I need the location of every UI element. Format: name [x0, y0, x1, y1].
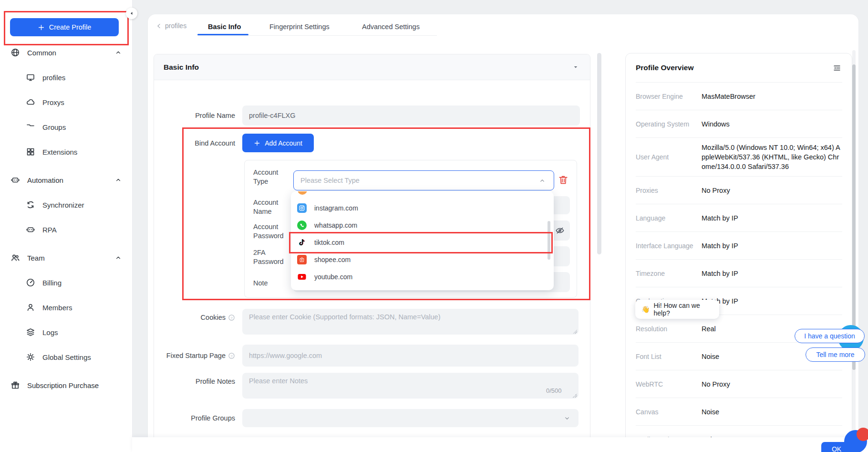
help-icon[interactable]: ?: [228, 352, 235, 359]
eye-slash-icon[interactable]: [555, 225, 565, 236]
sidebar-section-automation[interactable]: Automation: [0, 168, 132, 192]
overview-row-browser-engine: Browser EngineMasMateBrowser: [636, 83, 842, 110]
basic-info-panel: Basic Info Profile Name Bind Account Add…: [154, 54, 590, 452]
sidebar-item-synchronizer[interactable]: Synchronizer: [0, 192, 132, 217]
chat-question-button[interactable]: I have a question: [795, 329, 865, 343]
startup-label-text: Fixed Startup Page: [166, 352, 226, 359]
chevron-up-icon: [115, 254, 122, 261]
item-label: Proxys: [42, 98, 64, 106]
profile-overview-panel: Profile Overview Browser EngineMasMateBr…: [625, 53, 852, 452]
note-label: Note: [253, 279, 293, 288]
svg-text:S: S: [301, 259, 302, 262]
dropdown-option-tiktok[interactable]: tiktok.com: [291, 234, 554, 251]
sidebar-section-team[interactable]: Team: [0, 245, 132, 270]
account-type-select[interactable]: Please Select Type: [293, 170, 554, 190]
section-label: Common: [27, 49, 56, 57]
overview-row-proxies: ProxiesNo Proxy: [636, 177, 842, 204]
sidebar-item-billing[interactable]: Billing: [0, 270, 132, 295]
overview-scrollbar-track[interactable]: [852, 50, 856, 452]
startup-page-label: Fixed Startup Page ?: [154, 345, 235, 367]
overview-rows: Browser EngineMasMateBrowser Operating S…: [636, 82, 842, 452]
tab-fingerprint-settings[interactable]: Fingerprint Settings: [269, 23, 330, 31]
resize-handle[interactable]: [573, 329, 577, 334]
profile-groups-label: Profile Groups: [154, 409, 235, 427]
back-to-profiles-link[interactable]: profiles: [156, 22, 186, 30]
overview-row-interface-language: Interface LanguageMatch by IP: [636, 232, 842, 260]
option-label: youtube.com: [314, 273, 352, 281]
resize-handle[interactable]: [573, 393, 577, 398]
item-label: Billing: [42, 279, 62, 287]
chat-greeting-bubble: 👋 Hi! How can we help?: [635, 300, 719, 319]
section-label: Team: [27, 254, 45, 262]
profile-overview-header: Profile Overview: [626, 53, 852, 82]
sidebar-item-members[interactable]: Members: [0, 295, 132, 320]
sidebar-item-proxys[interactable]: Proxys: [0, 90, 132, 115]
option-label: instagram.com: [314, 204, 358, 212]
shopee-icon: S: [297, 255, 307, 264]
gear-icon: [26, 352, 35, 362]
create-profile-button[interactable]: Create Profile: [10, 18, 119, 36]
sidebar-item-extensions[interactable]: Extensions: [0, 139, 132, 164]
item-label: Groups: [42, 123, 66, 131]
grid-icon: [26, 147, 35, 157]
collapse-list-icon[interactable]: [832, 64, 842, 72]
tab-advanced-settings[interactable]: Advanced Settings: [362, 23, 420, 31]
add-account-button[interactable]: Add Account: [242, 134, 314, 152]
option-label: whatsapp.com: [314, 221, 357, 229]
sidebar-item-rpa[interactable]: RPA: [0, 217, 132, 242]
overview-scrollbar-thumb[interactable]: [852, 64, 856, 370]
panel-title: Basic Info: [164, 63, 199, 72]
layers-icon: [26, 327, 35, 337]
sidebar-section-common[interactable]: Common: [0, 40, 132, 65]
dropdown-option-instagram[interactable]: instagram.com: [291, 200, 554, 217]
partial-option-icon: [298, 191, 307, 195]
dropdown-option-whatsapp[interactable]: whatsapp.com: [291, 217, 554, 234]
dropdown-scrollbar[interactable]: [548, 221, 550, 260]
chevron-up-icon: [537, 178, 547, 184]
main-card: profiles Basic Info Fingerprint Settings…: [148, 14, 858, 452]
sidebar-collapse-button[interactable]: [126, 8, 137, 19]
ok-button[interactable]: OK: [821, 442, 852, 452]
youtube-icon: [297, 272, 307, 282]
chevron-left-icon: [156, 23, 162, 29]
cookies-textarea[interactable]: [242, 309, 579, 335]
plus-icon: [254, 140, 260, 147]
sidebar-item-subscription-purchase[interactable]: Subscription Purchase: [0, 373, 132, 398]
monitor-icon: [26, 73, 35, 82]
sidebar-item-logs[interactable]: Logs: [0, 320, 132, 345]
profile-groups-select[interactable]: [242, 409, 579, 427]
delete-account-icon[interactable]: [558, 174, 569, 186]
chevron-down-icon: [571, 64, 580, 70]
profile-notes-textarea[interactable]: [242, 373, 579, 399]
chevron-up-icon: [115, 177, 122, 183]
overview-row-language: LanguageMatch by IP: [636, 204, 842, 232]
basic-info-panel-header[interactable]: Basic Info: [154, 54, 590, 80]
chevron-up-icon: [115, 49, 122, 56]
globe-icon: [10, 48, 20, 57]
tabs-divider: [197, 35, 437, 36]
sidebar-item-profiles[interactable]: profiles: [0, 65, 132, 90]
sidebar-nav: Common profiles Proxys Groups Extensions: [0, 40, 132, 398]
form-scrollbar[interactable]: [597, 53, 601, 254]
overview-row-webrtc: WebRTCNo Proxy: [636, 370, 842, 398]
item-label: Global Settings: [42, 353, 91, 361]
dropdown-option-youtube[interactable]: youtube.com: [291, 268, 554, 285]
sidebar-item-global-settings[interactable]: Global Settings: [0, 345, 132, 369]
item-label: profiles: [42, 74, 65, 82]
profile-name-input[interactable]: [242, 105, 580, 126]
sidebar-item-groups[interactable]: Groups: [0, 115, 132, 139]
account-name-label: Account Name: [253, 198, 293, 216]
chat-greeting-text: Hi! How can we help?: [653, 302, 713, 317]
startup-page-input[interactable]: [242, 345, 579, 367]
tab-basic-info[interactable]: Basic Info: [208, 23, 241, 31]
dropdown-option-shopee[interactable]: S shopee.com: [291, 251, 554, 268]
gift-icon: [10, 380, 20, 390]
twofa-password-label: 2FA Password: [253, 248, 293, 266]
help-icon[interactable]: ?: [228, 314, 235, 321]
meter-icon: [26, 278, 35, 287]
add-account-label: Add Account: [265, 139, 302, 147]
chat-tell-me-more-button[interactable]: Tell me more: [806, 347, 865, 362]
cloud-icon: [26, 97, 35, 107]
app-window: Create Profile Common profiles Proxys Gr…: [0, 0, 868, 452]
profile-notes-label: Profile Notes: [154, 377, 235, 386]
